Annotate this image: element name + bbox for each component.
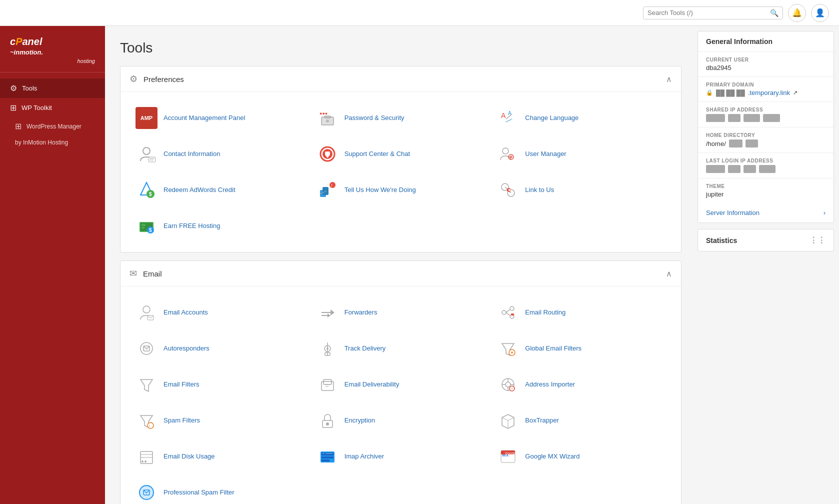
search-input[interactable] <box>648 9 770 16</box>
tool-encryption[interactable]: Encryption <box>310 404 492 436</box>
logo-inmotion: ~inmotion. <box>10 48 95 56</box>
feedback-icon: ! <box>316 179 338 201</box>
email-title: Email <box>143 270 162 278</box>
tool-email-deliverability[interactable]: Email Deliverability <box>310 368 492 400</box>
address-importer-icon <box>497 374 519 396</box>
tool-email-accounts[interactable]: Email Accounts <box>130 296 310 328</box>
tool-email-filters[interactable]: Email Filters <box>130 368 310 400</box>
tool-google-mx[interactable]: MX Google Google MX Wizard <box>491 440 672 472</box>
home-dir-label: HOME DIRECTORY <box>706 132 826 138</box>
earn-hosting-icon: $ <box>136 215 158 237</box>
tool-amp[interactable]: AMP Account Management Panel <box>130 102 310 134</box>
tool-address-importer[interactable]: Address Importer <box>491 368 672 400</box>
user-manager-label: User Manager <box>525 150 566 158</box>
search-button[interactable]: 🔍 <box>770 9 778 17</box>
tool-pro-spam[interactable]: Professional Spam Filter <box>130 476 310 504</box>
encryption-label: Encryption <box>344 416 375 425</box>
google-mx-icon: MX Google <box>497 446 519 468</box>
change-language-label: Change Language <box>525 114 578 122</box>
tool-email-routing[interactable]: Email Routing <box>491 296 672 328</box>
svg-rect-47 <box>511 314 514 316</box>
support-chat-label: Support Center & Chat <box>344 150 410 158</box>
tool-boxtrapper[interactable]: BoxTrapper <box>491 404 672 436</box>
svg-text:$: $ <box>149 228 152 233</box>
tool-feedback[interactable]: ! Tell Us How We're Doing <box>310 174 492 206</box>
imap-archiver-icon <box>316 446 338 468</box>
preferences-title: Preferences <box>144 75 184 84</box>
global-email-filters-label: Global Email Filters <box>525 344 582 353</box>
page-title: Tools <box>120 40 682 56</box>
primary-domain-label: PRIMARY DOMAIN <box>706 82 826 88</box>
tool-contact-info[interactable]: Contact Information <box>130 138 310 170</box>
adwords-label: Redeem AdWords Credit <box>164 186 236 194</box>
shared-ip-value: ███ ██ ███ ███ <box>706 114 826 122</box>
svg-rect-22 <box>322 187 328 195</box>
current-user-value: dba2945 <box>706 64 826 72</box>
sidebar-item-tools[interactable]: ⚙ Tools <box>0 78 105 98</box>
tool-autoresponders[interactable]: Autoresponders <box>130 332 310 364</box>
tool-email-disk-usage[interactable]: Email Disk Usage <box>130 440 310 472</box>
svg-rect-88 <box>322 460 330 462</box>
stats-dots-icon[interactable]: ⋮⋮ <box>810 236 826 245</box>
tool-spam-filters[interactable]: ! Spam Filters <box>130 404 310 436</box>
email-routing-label: Email Routing <box>525 308 566 317</box>
svg-point-83 <box>142 460 144 462</box>
notifications-button[interactable]: 🔔 <box>788 4 806 22</box>
general-info-title: General Information <box>698 32 834 52</box>
svg-point-36 <box>143 306 150 313</box>
chevron-right-icon: › <box>824 209 826 216</box>
support-chat-icon <box>316 143 338 165</box>
tool-password-security[interactable]: ●●● Password & Security <box>310 102 492 134</box>
sidebar-item-wp-toolkit[interactable]: ⊞ WP Toolkit <box>0 98 105 118</box>
tool-earn-hosting[interactable]: $ Earn FREE Hosting <box>130 210 310 242</box>
svg-text:!: ! <box>331 183 332 188</box>
email-filters-label: Email Filters <box>164 380 200 389</box>
boxtrapper-icon <box>497 410 519 432</box>
preferences-panel-header[interactable]: ⚙ Preferences ∧ <box>120 66 681 92</box>
deliverability-icon <box>316 374 338 396</box>
preferences-collapse-btn[interactable]: ∧ <box>666 74 672 84</box>
password-security-icon: ●●● <box>316 107 338 129</box>
svg-text:●●●: ●●● <box>320 111 328 116</box>
email-tools-grid: Email Accounts Forwarders <box>130 296 672 504</box>
svg-point-72 <box>148 422 154 428</box>
svg-point-14 <box>502 148 508 154</box>
email-collapse-btn[interactable]: ∧ <box>666 269 672 278</box>
disk-usage-icon <box>136 446 158 468</box>
sidebar-item-wordpress-manager[interactable]: ⊞ WordPress Manager <box>0 118 105 135</box>
server-info-link[interactable]: Server Information › <box>698 203 834 222</box>
autoresponders-label: Autoresponders <box>164 344 210 353</box>
address-importer-label: Address Importer <box>525 380 575 389</box>
server-info-link-text: Server Information <box>706 209 760 216</box>
svg-point-42 <box>502 310 506 314</box>
tool-user-manager[interactable]: User Manager <box>491 138 672 170</box>
tool-track-delivery[interactable]: Track Delivery <box>310 332 492 364</box>
email-accounts-icon <box>136 302 158 324</box>
svg-text:A: A <box>501 112 506 120</box>
theme-value: jupiter <box>706 190 826 198</box>
deliverability-label: Email Deliverability <box>344 380 400 389</box>
preferences-panel: ⚙ Preferences ∧ AMP Account Management P… <box>120 66 682 252</box>
home-dir-value: /home/ ██ ██ <box>706 140 826 148</box>
tool-link-to-us[interactable]: ✖ Link to Us <box>491 174 672 206</box>
tool-change-language[interactable]: A A Change Language <box>491 102 672 134</box>
statistics-title: Statistics <box>706 236 737 244</box>
adwords-icon: $ <box>136 179 158 201</box>
lock-icon: 🔒 <box>706 90 713 96</box>
primary-domain-value: 🔒 ██ ██ ██ .temporary.link ↗ <box>706 89 826 96</box>
email-routing-icon <box>497 302 519 324</box>
forwarders-label: Forwarders <box>344 308 378 317</box>
google-mx-label: Google MX Wizard <box>525 452 580 461</box>
contact-info-icon <box>136 143 158 165</box>
tool-redeem-adwords[interactable]: $ Redeem AdWords Credit <box>130 174 310 206</box>
email-panel-header[interactable]: ✉ Email ∧ <box>120 261 681 286</box>
svg-point-2 <box>326 120 329 122</box>
tool-global-email-filters[interactable]: Global Email Filters <box>491 332 672 364</box>
tool-imap-archiver[interactable]: Imap Archiver <box>310 440 492 472</box>
tool-forwarders[interactable]: Forwarders <box>310 296 492 328</box>
statistics-panel: Statistics ⋮⋮ <box>698 229 834 252</box>
primary-domain-link[interactable]: .temporary.link <box>748 89 790 96</box>
user-menu-button[interactable]: 👤 <box>811 4 829 22</box>
search-wrapper[interactable]: 🔍 <box>643 6 783 20</box>
tool-support-chat[interactable]: Support Center & Chat <box>310 138 492 170</box>
